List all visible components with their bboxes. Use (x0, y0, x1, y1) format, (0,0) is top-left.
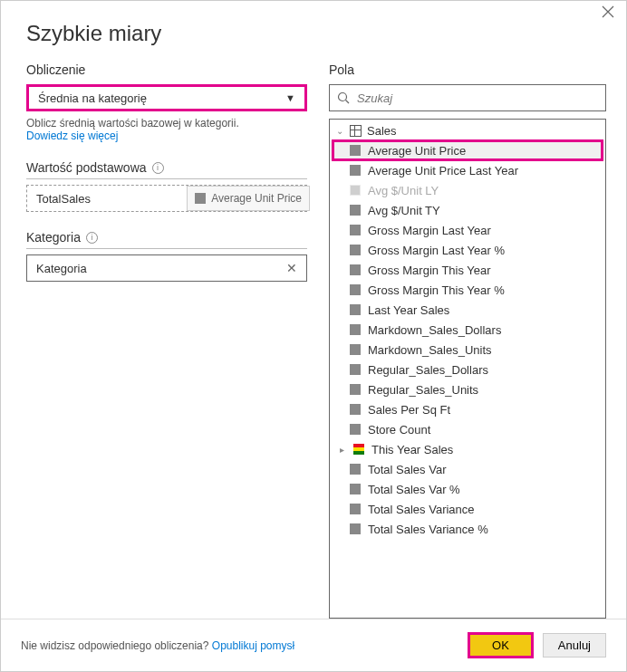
field-row[interactable]: Last Year Sales (330, 300, 605, 320)
field-row[interactable]: ▸This Year Sales (330, 439, 605, 459)
field-row[interactable]: Gross Margin This Year (330, 260, 605, 280)
category-value: Kategoria (36, 262, 87, 275)
publish-idea-link[interactable]: Opublikuj pomysł (212, 639, 294, 652)
learn-more-link[interactable]: Dowiedz się więcej (26, 130, 307, 142)
chevron-down-icon: ⌄ (335, 126, 344, 136)
measure-icon (350, 464, 361, 475)
measure-icon (350, 264, 361, 275)
field-label: Regular_Sales_Dollars (368, 363, 488, 377)
measure-icon (350, 245, 361, 255)
field-row[interactable]: Avg $/Unit LY (330, 180, 605, 200)
measure-icon (350, 364, 361, 375)
svg-point-0 (339, 93, 347, 101)
fields-tree[interactable]: ⌄ Sales Average Unit PriceAverage Unit P… (329, 119, 606, 619)
field-row[interactable]: Store Count (330, 419, 605, 439)
field-row[interactable]: Gross Margin This Year % (330, 280, 605, 300)
dialog-footer: Nie widzisz odpowiedniego obliczenia? Op… (1, 619, 626, 671)
measure-icon (350, 324, 361, 335)
measure-icon (350, 205, 361, 216)
category-heading: Kategoria i (26, 230, 307, 249)
search-box[interactable] (329, 84, 606, 111)
info-icon[interactable]: i (152, 162, 164, 174)
measure-icon (195, 193, 206, 204)
calculation-dropdown[interactable]: Średnia na kategorię ▼ (26, 84, 307, 111)
field-row[interactable]: Sales Per Sq Ft (330, 399, 605, 419)
measure-icon (350, 384, 361, 395)
ok-button[interactable]: OK (468, 632, 534, 658)
field-label: This Year Sales (371, 443, 453, 456)
dropdown-value: Średnia na kategorię (38, 91, 147, 105)
field-label: Regular_Sales_Units (368, 383, 478, 397)
field-label: Total Sales Var % (368, 483, 460, 496)
field-label: Last Year Sales (368, 303, 449, 317)
kpi-icon (353, 444, 364, 455)
fields-panel: Pola ⌄ Sales Average Unit PriceAverage U… (329, 62, 606, 619)
field-row[interactable]: Average Unit Price (330, 140, 605, 160)
base-value-dropzone[interactable]: TotalSales Average Unit Price (26, 185, 307, 212)
field-label: Average Unit Price (368, 144, 466, 158)
field-label: Gross Margin Last Year % (368, 244, 505, 257)
measure-icon (350, 523, 361, 534)
footer-hint: Nie widzisz odpowiedniego obliczenia? Op… (21, 639, 294, 652)
field-label: Gross Margin This Year (368, 264, 491, 277)
measure-icon (350, 145, 361, 156)
chevron-right-icon: ▸ (337, 445, 346, 455)
field-row[interactable]: Avg $/Unit TY (330, 200, 605, 220)
calculation-panel: Obliczenie Średnia na kategorię ▼ Oblicz… (26, 62, 307, 619)
info-icon[interactable]: i (86, 232, 98, 244)
field-row[interactable]: Average Unit Price Last Year (330, 160, 605, 180)
field-row[interactable]: Markdown_Sales_Units (330, 340, 605, 360)
quick-measures-dialog: Szybkie miary Obliczenie Średnia na kate… (0, 0, 627, 672)
field-label: Average Unit Price Last Year (368, 164, 518, 178)
measure-icon (350, 504, 361, 514)
field-label: Gross Margin This Year % (368, 283, 505, 297)
close-button[interactable] (602, 5, 620, 24)
calculation-hint: Oblicz średnią wartości bazowej w katego… (26, 117, 307, 130)
measure-icon (350, 165, 361, 176)
field-row[interactable]: Total Sales Variance % (330, 519, 605, 539)
field-label: Total Sales Variance % (368, 523, 488, 536)
table-icon (350, 125, 362, 137)
clear-category-button[interactable]: ✕ (286, 261, 297, 275)
dialog-title: Szybkie miary (1, 1, 626, 46)
field-label: Markdown_Sales_Dollars (368, 323, 501, 337)
search-icon (337, 91, 350, 104)
field-row[interactable]: Total Sales Var % (330, 479, 605, 499)
base-value-heading: Wartość podstawowa i (26, 160, 307, 179)
chevron-down-icon: ▼ (285, 92, 295, 103)
measure-icon (350, 344, 361, 355)
field-row[interactable]: Regular_Sales_Dollars (330, 360, 605, 379)
search-input[interactable] (357, 91, 598, 105)
measure-icon (350, 304, 361, 315)
field-row[interactable]: Gross Margin Last Year (330, 220, 605, 240)
calculation-heading: Obliczenie (26, 62, 307, 77)
field-row[interactable]: Markdown_Sales_Dollars (330, 320, 605, 340)
field-label: Sales Per Sq Ft (368, 403, 450, 417)
measure-icon (350, 185, 361, 196)
field-label: Store Count (368, 423, 430, 437)
cancel-button[interactable]: Anuluj (543, 633, 606, 658)
measure-icon (350, 404, 361, 415)
base-value-text: TotalSales (36, 192, 91, 206)
fields-heading: Pola (329, 62, 606, 77)
field-row[interactable]: Regular_Sales_Units (330, 379, 605, 399)
field-label: Total Sales Variance (368, 503, 475, 516)
field-label: Gross Margin Last Year (368, 224, 491, 237)
field-row[interactable]: Total Sales Variance (330, 499, 605, 519)
measure-icon (350, 225, 361, 235)
table-node[interactable]: ⌄ Sales (330, 121, 605, 140)
field-label: Avg $/Unit TY (368, 204, 440, 217)
field-label: Avg $/Unit LY (368, 184, 439, 197)
field-row[interactable]: Gross Margin Last Year % (330, 240, 605, 260)
measure-icon (350, 484, 361, 494)
measure-icon (350, 284, 361, 295)
field-row[interactable]: Total Sales Var (330, 459, 605, 479)
field-label: Markdown_Sales_Units (368, 343, 492, 357)
drag-field-token[interactable]: Average Unit Price (187, 186, 310, 211)
field-label: Total Sales Var (368, 463, 446, 476)
category-dropzone[interactable]: Kategoria ✕ (26, 254, 307, 282)
dialog-content: Obliczenie Średnia na kategorię ▼ Oblicz… (1, 46, 626, 619)
table-name: Sales (367, 124, 397, 138)
measure-icon (350, 424, 361, 435)
